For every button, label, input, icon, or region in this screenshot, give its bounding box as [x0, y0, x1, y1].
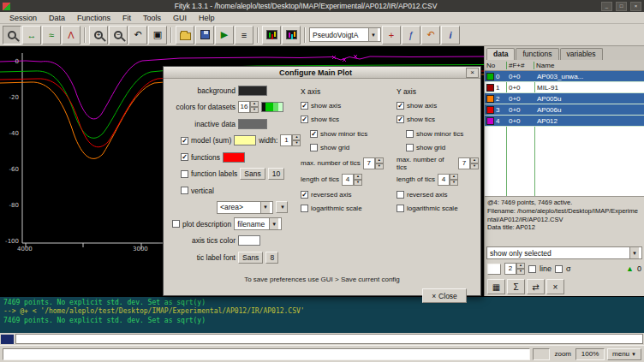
add-peak-mode-button[interactable]: Λ	[62, 26, 80, 45]
aux-plot-config-button[interactable]	[282, 26, 301, 45]
spinner-down-icon[interactable]: ▼	[354, 180, 362, 186]
background-color-button[interactable]	[238, 86, 267, 96]
spinner-down-icon[interactable]: ▼	[470, 163, 479, 169]
x-show-axis-checkbox[interactable]: ✓	[301, 102, 308, 110]
menu-button[interactable]: menu ▼	[607, 348, 641, 360]
spinner-up-icon[interactable]: ▲	[250, 101, 259, 107]
model-color-button[interactable]	[234, 135, 256, 145]
x-tic-length-stepper[interactable]: 4▲▼	[342, 174, 362, 186]
menu-fit[interactable]: Fit	[116, 13, 137, 23]
y-show-axis-checkbox[interactable]: ✓	[397, 102, 404, 110]
x-log-scale-checkbox[interactable]	[301, 205, 308, 212]
y-show-minor-tics-checkbox[interactable]	[406, 130, 414, 138]
minimize-button[interactable]: _	[601, 2, 612, 11]
info-button[interactable]: i	[441, 26, 460, 45]
axis-tics-color-button[interactable]	[238, 235, 260, 246]
copy-dataset-button[interactable]: ⇄	[527, 279, 545, 294]
sigma-checkbox[interactable]	[555, 265, 563, 273]
dialog-titlebar[interactable]: Configure Main Plot ×	[164, 67, 480, 79]
tab-functions[interactable]: functions	[516, 48, 558, 60]
edit-data-button[interactable]: ▦	[487, 279, 505, 294]
point-size-stepper[interactable]: 2 ▲▼	[504, 263, 525, 275]
show-log-button[interactable]: ≡	[235, 26, 253, 45]
tic-font-button[interactable]: Sans	[238, 252, 263, 264]
spinner-down-icon[interactable]: ▼	[292, 140, 301, 146]
functions-color-button[interactable]	[223, 152, 245, 163]
peak-type-combo[interactable]: PseudoVoigtA ▼	[309, 27, 381, 42]
menu-tools[interactable]: Tools	[137, 13, 167, 23]
y-reversed-axis-checkbox[interactable]	[397, 191, 404, 199]
menu-session[interactable]: Session	[3, 13, 43, 23]
sum-datasets-button[interactable]: Σ	[507, 279, 525, 294]
spinner-up-icon[interactable]: ▲	[470, 157, 479, 163]
menu-gui[interactable]: GUI	[167, 13, 193, 23]
x-reversed-axis-checkbox[interactable]: ✓	[301, 191, 308, 199]
zoom-value[interactable]: 100%	[575, 348, 605, 360]
tab-variables[interactable]: variables	[560, 48, 603, 60]
spinner-up-icon[interactable]: ▲	[516, 263, 525, 269]
undo-fit-button[interactable]: ↶	[421, 26, 440, 45]
menu-functions[interactable]: Functions	[71, 13, 116, 23]
open-file-button[interactable]	[176, 26, 194, 45]
spinner-up-icon[interactable]: ▲	[375, 157, 384, 163]
x-show-grid-checkbox[interactable]	[310, 144, 318, 151]
point-color-button[interactable]	[487, 264, 501, 275]
table-row[interactable]: 4 0+0 AP012	[485, 116, 644, 127]
x-max-tics-stepper[interactable]: 7▲▼	[363, 157, 384, 169]
y-tic-length-stepper[interactable]: 4▲▼	[438, 174, 458, 186]
dataset-colors-stepper[interactable]: 16 ▲▼	[238, 101, 259, 113]
model-checkbox[interactable]: ✓	[181, 137, 188, 145]
auto-add-peak-button[interactable]: +	[382, 26, 401, 45]
function-labels-checkbox[interactable]	[181, 170, 188, 178]
plot-description-checkbox[interactable]	[172, 220, 180, 228]
previous-zoom-button[interactable]: ↶	[128, 26, 147, 45]
dataset-colors-preview[interactable]	[261, 102, 283, 112]
table-row[interactable]: 3 0+0 AP006u	[485, 104, 644, 116]
line-checkbox[interactable]	[528, 265, 536, 273]
zoom-out-button[interactable]: −	[109, 26, 128, 45]
model-width-stepper[interactable]: 1 ▲▼	[280, 134, 301, 146]
spinner-up-icon[interactable]: ▲	[450, 174, 458, 180]
description-extra-dropdown[interactable]: ▼	[276, 201, 288, 213]
spinner-down-icon[interactable]: ▼	[450, 180, 458, 186]
maximize-button[interactable]: □	[616, 2, 627, 11]
table-row[interactable]: 0 0+0 AP003_unwa...	[485, 71, 644, 82]
menu-data[interactable]: Data	[43, 13, 71, 23]
main-plot-config-button[interactable]	[262, 26, 281, 45]
function-labels-size-button[interactable]: 10	[268, 168, 284, 180]
plot-description-combo[interactable]: filename ▼	[234, 217, 282, 230]
spinner-up-icon[interactable]: ▲	[354, 174, 362, 180]
spinner-up-icon[interactable]: ▲	[292, 134, 301, 140]
tab-data[interactable]: data	[486, 48, 515, 60]
dataset-list[interactable]: 0 0+0 AP003_unwa... 1 0+0 MIL-91 2 0+0 A…	[485, 71, 644, 196]
shift-up-icon[interactable]: ▲	[626, 264, 634, 273]
full-view-button[interactable]: ▣	[148, 26, 167, 45]
spinner-down-icon[interactable]: ▼	[375, 163, 384, 169]
baseline-mode-button[interactable]: ≈	[42, 26, 61, 45]
spinner-down-icon[interactable]: ▼	[250, 107, 259, 113]
y-log-scale-checkbox[interactable]	[397, 205, 404, 212]
spinner-down-icon[interactable]: ▼	[516, 269, 525, 275]
save-session-button[interactable]	[195, 26, 214, 45]
zoom-mode-button[interactable]	[3, 26, 21, 45]
x-show-minor-tics-checkbox[interactable]: ✓	[310, 130, 318, 138]
close-button[interactable]: × Close	[422, 288, 467, 303]
range-mode-button[interactable]: ↔	[22, 26, 41, 45]
function-labels-font-button[interactable]: Sans	[240, 168, 265, 180]
tic-font-size-button[interactable]: 8	[265, 252, 278, 264]
delete-dataset-button[interactable]: ×	[546, 279, 564, 294]
zoom-in-button[interactable]: +	[89, 26, 108, 45]
y-show-grid-checkbox[interactable]	[406, 144, 414, 151]
description-position-combo[interactable]: <area> ▼	[217, 201, 273, 214]
functions-checkbox[interactable]: ✓	[181, 153, 188, 161]
y-show-tics-checkbox[interactable]: ✓	[397, 116, 404, 123]
y-max-tics-stepper[interactable]: 7▲▼	[458, 157, 479, 169]
command-input[interactable]	[15, 334, 643, 344]
titlebar[interactable]: Fityk 1.3.1 - /home/aleplo/test/Desktop/…	[0, 0, 644, 12]
dialog-close-icon[interactable]: ×	[466, 68, 479, 78]
menu-help[interactable]: Help	[193, 13, 221, 23]
inactive-color-button[interactable]	[238, 119, 267, 129]
run-fit-button[interactable]: ƒ	[402, 26, 420, 45]
show-filter-combo[interactable]: show only selected ▼	[486, 246, 642, 259]
vertical-checkbox[interactable]	[181, 187, 188, 194]
